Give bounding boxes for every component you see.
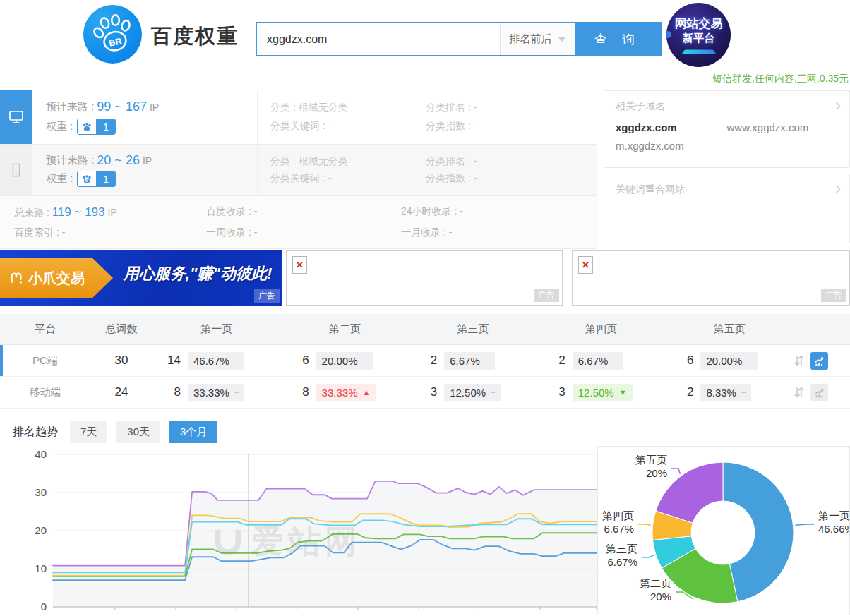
baidu-index-value: -: [62, 227, 66, 238]
rank-order-dropdown[interactable]: 排名前后: [500, 23, 575, 55]
keyword-overlap-panel: 关键词重合网站 ›: [604, 174, 850, 243]
trend-down-icon: ▼: [619, 388, 627, 397]
tab-30days[interactable]: 30天: [116, 421, 160, 443]
col-total-words: 总词数: [90, 322, 152, 336]
donut-leader-line: [671, 469, 680, 474]
ad-brand-ribbon: 小爪交易: [0, 258, 113, 298]
col-page5: 第五页: [665, 322, 794, 336]
col-platform: 平台: [0, 322, 90, 336]
chart-toggle-icon[interactable]: [810, 384, 828, 401]
donut-leader-line: [642, 555, 654, 557]
page5-pct-badge: 8.33%−: [700, 384, 751, 401]
traffic-unit: IP: [150, 102, 159, 113]
sms-promo-link[interactable]: 短信群发,任何内容,三网,0.35元: [712, 73, 849, 85]
ad-banner-xiaozhua[interactable]: 小爪交易 用心服务,"赚"动彼此! 广告: [0, 250, 282, 306]
badge-platform-icon: [681, 49, 716, 54]
donut-label-pct: 20%: [646, 467, 667, 479]
ad-placeholder-1[interactable]: ✕ 广告: [286, 250, 563, 306]
ad-placeholder-2[interactable]: ✕ 广告: [572, 250, 850, 306]
baidu-index-label: 百度索引 :: [14, 227, 59, 238]
domain-search-input[interactable]: [257, 23, 500, 55]
baidu-mobile-weight-badge[interactable]: M 1: [77, 171, 116, 187]
included-24h-label: 24小时收录 :: [401, 205, 457, 217]
header-divider: [0, 87, 850, 87]
chart-toggle-icon[interactable]: [810, 352, 828, 370]
overview-panel: 预计来路 : 99 ~ 167 IP 权重 : 1 分类 : 根域无分类 分类关…: [0, 90, 597, 249]
page2-count: 8: [281, 385, 309, 399]
category-text: 分类 : 根域无分类: [270, 102, 413, 114]
page1-pct-badge: 33.33%−: [188, 384, 244, 401]
sort-arrows-icon[interactable]: ⇵: [794, 385, 805, 401]
www-subdomain-link[interactable]: www.xggdzx.com: [727, 121, 839, 133]
ad-tag: 广告: [821, 289, 846, 302]
y-tick-label: 40: [35, 448, 47, 460]
included-week-value: -: [254, 227, 258, 238]
included-month-label: 一月收录 :: [401, 227, 446, 238]
included-month-value: -: [449, 227, 453, 238]
total-words-cell: 30: [90, 354, 152, 368]
table-header-row: 平台 总词数 第一页 第二页 第三页 第四页 第五页: [0, 314, 850, 345]
badge-line2: 新平台: [683, 32, 714, 45]
active-row-indicator: [0, 345, 3, 376]
baidu-weight-badge[interactable]: 1: [77, 119, 116, 135]
trend-flat-icon: −: [485, 356, 489, 365]
category-index-text: 分类指数 : -: [426, 120, 597, 133]
donut-label-name: 第二页: [640, 577, 671, 589]
baidu-included-label: 百度收录 :: [206, 205, 251, 217]
mobile-tab[interactable]: [0, 145, 32, 195]
site-trade-badge[interactable]: 网站交易 新平台: [666, 3, 731, 67]
logo-br-text: BR: [107, 36, 122, 48]
category-index-text: 分类指数 : -: [426, 172, 597, 185]
table-row-pc[interactable]: PC端 30 1446.67%− 620.00%− 26.67%− 26.67%…: [0, 345, 850, 377]
baidu-rank-logo: BR: [83, 5, 142, 64]
paw-logo-icon: BR: [91, 13, 135, 56]
table-row-mobile[interactable]: 移动端 24 833.33%− 833.33%▲ 312.50%− 312.50…: [0, 377, 850, 409]
trend-flat-icon: −: [747, 356, 751, 365]
page3-count: 3: [409, 385, 437, 399]
chevron-right-icon[interactable]: ›: [835, 97, 841, 114]
trend-flat-icon: −: [234, 356, 239, 365]
y-tick-label: 10: [35, 562, 47, 574]
traffic-label: 预计来路 :: [46, 154, 94, 167]
page4-pct-badge: 6.67%−: [573, 352, 623, 370]
m-subdomain-link[interactable]: m.xggdzx.com: [616, 140, 727, 152]
trend-up-icon: ▲: [362, 388, 370, 397]
pc-tab[interactable]: [0, 90, 32, 144]
page5-pct-badge: 20.00%−: [700, 352, 757, 370]
tab-7days[interactable]: 7天: [70, 421, 107, 443]
chevron-right-icon[interactable]: ›: [835, 180, 841, 197]
sort-arrows-icon[interactable]: ⇵: [794, 353, 805, 369]
category-keyword-text: 分类关键词 : -: [270, 120, 413, 133]
ad-slogan: 用心服务,"赚"动彼此!: [124, 265, 275, 283]
trend-label: 排名趋势: [13, 425, 58, 440]
donut-leader-line: [795, 524, 814, 525]
caret-down-icon: [558, 37, 566, 42]
weight-value: 1: [96, 119, 115, 134]
page1-pct-badge: 46.67%−: [188, 352, 244, 370]
donut-label-pct: 20%: [650, 591, 671, 603]
page1-count: 14: [152, 354, 181, 368]
ad-tag: 广告: [254, 289, 280, 303]
trend-flat-icon: −: [491, 388, 495, 397]
paw-icon: [78, 119, 96, 134]
donut-label-name: 第五页: [635, 454, 667, 466]
overview-row-pc: 预计来路 : 99 ~ 167 IP 权重 : 1 分类 : 根域无分类 分类关…: [0, 90, 597, 145]
category-keyword-text: 分类关键词 : -: [270, 172, 413, 185]
query-button[interactable]: 查 询: [575, 23, 660, 55]
subdomains-panel: 相关子域名 › xggdzx.com www.xggdzx.com m.xggd…: [604, 90, 850, 168]
page3-pct-badge: 6.67%−: [444, 352, 495, 370]
main-domain-link[interactable]: xggdzx.com: [616, 121, 727, 133]
col-page1: 第一页: [152, 322, 281, 336]
keyword-overlap-title: 关键词重合网站: [616, 183, 838, 196]
phone-icon: [8, 162, 24, 179]
total-words-cell: 24: [90, 385, 152, 399]
platform-cell: PC端: [0, 354, 90, 368]
tab-3months[interactable]: 3个月: [169, 421, 217, 443]
side-panels: 相关子域名 › xggdzx.com www.xggdzx.com m.xggd…: [604, 90, 850, 243]
broken-image-icon: ✕: [578, 256, 593, 274]
page5-count: 2: [665, 385, 693, 399]
ad-brand-name: 小爪交易: [28, 269, 85, 288]
donut-label-name: 第三页: [606, 543, 638, 555]
trend-line-chart: 010203040: [0, 446, 597, 616]
weight-label: 权重 :: [46, 172, 73, 186]
